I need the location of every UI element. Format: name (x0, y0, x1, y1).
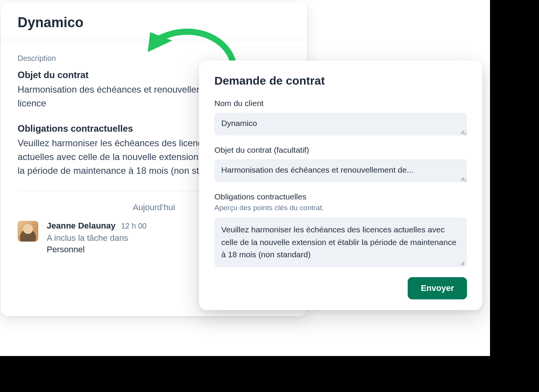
activity-time: 12 h 00 (121, 222, 147, 230)
avatar (18, 221, 38, 242)
obligations-help: Aperçu des points clés du contrat. (214, 204, 467, 212)
activity-user: Jeanne Delaunay (47, 221, 116, 230)
page-title: Dynamico (18, 15, 290, 31)
activity-action: A inclus la tâche dans (47, 233, 147, 243)
subject-field: Objet du contrat (facultatif) Harmonisat… (214, 145, 467, 182)
form-title: Demande de contrat (214, 74, 467, 87)
activity-target: Personnel (47, 245, 147, 255)
obligations-field: Obligations contractuelles Aperçu des po… (214, 192, 467, 267)
subject-label: Objet du contrat (facultatif) (214, 145, 467, 155)
client-name-field: Nom du client Dynamico (214, 99, 467, 136)
contract-request-form: Demande de contrat Nom du client Dynamic… (199, 60, 482, 310)
client-name-input[interactable]: Dynamico (214, 113, 467, 136)
form-actions: Envoyer (214, 277, 467, 299)
divider (1, 40, 307, 40)
subject-input[interactable]: Harmonisation des échéances et renouvell… (214, 159, 467, 182)
submit-button[interactable]: Envoyer (408, 277, 467, 299)
obligations-label: Obligations contractuelles (214, 192, 467, 201)
obligations-input[interactable]: Veuillez harmoniser les échéances des li… (214, 217, 467, 267)
canvas: Dynamico Description Objet du contrat Ha… (0, 0, 490, 356)
client-name-label: Nom du client (214, 99, 467, 108)
